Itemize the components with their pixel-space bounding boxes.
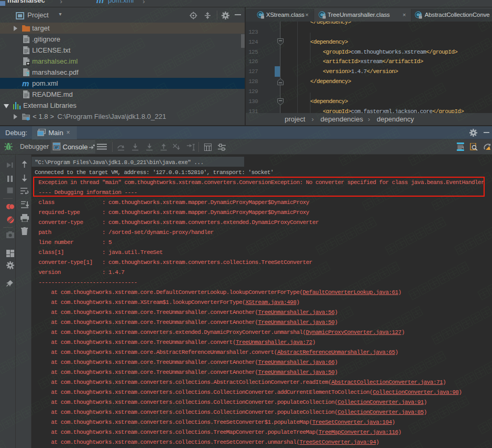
svg-text:?: ?	[26, 72, 29, 76]
